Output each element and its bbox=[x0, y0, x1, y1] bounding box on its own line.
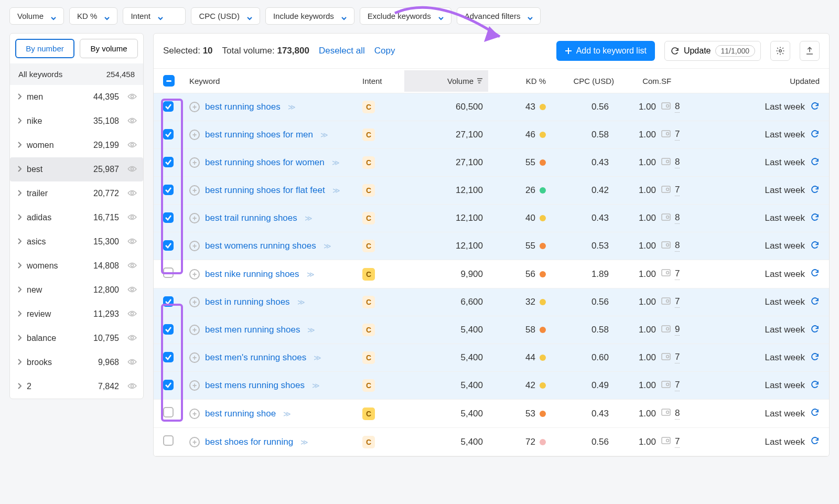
serp-features-icon[interactable] bbox=[661, 352, 671, 363]
refresh-row-icon[interactable] bbox=[810, 129, 820, 141]
eye-icon[interactable] bbox=[127, 262, 137, 271]
keyword-link[interactable]: best running shoes for flat feet bbox=[205, 185, 325, 196]
serp-features-icon[interactable] bbox=[661, 157, 671, 168]
refresh-row-icon[interactable] bbox=[810, 436, 820, 448]
refresh-row-icon[interactable] bbox=[810, 240, 820, 252]
row-checkbox[interactable] bbox=[163, 212, 174, 223]
filter-include[interactable]: Include keywords bbox=[265, 7, 354, 25]
filter-cpc[interactable]: CPC (USD) bbox=[191, 7, 260, 25]
sidebar-item-2[interactable]: 2 7,842 bbox=[10, 374, 143, 399]
refresh-row-icon[interactable] bbox=[810, 101, 820, 113]
keyword-link[interactable]: best mens running shoes bbox=[205, 380, 305, 391]
add-to-keyword-list-button[interactable]: Add to keyword list bbox=[556, 41, 655, 61]
col-updated[interactable]: Updated bbox=[703, 77, 820, 85]
keyword-link[interactable]: best running shoe bbox=[205, 409, 276, 419]
filter-exclude[interactable]: Exclude keywords bbox=[360, 7, 451, 25]
col-keyword[interactable]: Keyword bbox=[189, 77, 362, 85]
eye-icon[interactable] bbox=[127, 334, 137, 343]
tab-by-volume[interactable]: By volume bbox=[80, 39, 138, 58]
expand-icon[interactable]: + bbox=[189, 130, 200, 140]
row-checkbox[interactable] bbox=[163, 267, 174, 278]
row-checkbox[interactable] bbox=[163, 352, 174, 362]
refresh-row-icon[interactable] bbox=[810, 157, 820, 169]
keyword-link[interactable]: best running shoes bbox=[205, 102, 281, 112]
row-checkbox[interactable] bbox=[163, 435, 174, 446]
filter-kd[interactable]: KD % bbox=[69, 7, 117, 25]
refresh-row-icon[interactable] bbox=[810, 296, 820, 308]
row-checkbox[interactable] bbox=[163, 407, 174, 417]
eye-icon[interactable] bbox=[127, 286, 137, 295]
row-checkbox[interactable] bbox=[163, 240, 174, 251]
sidebar-item-women[interactable]: women 29,199 bbox=[10, 133, 143, 157]
col-volume[interactable]: Volume bbox=[404, 70, 488, 92]
eye-icon[interactable] bbox=[127, 93, 137, 102]
expand-icon[interactable]: + bbox=[189, 185, 200, 196]
export-button[interactable] bbox=[800, 41, 820, 61]
row-checkbox[interactable] bbox=[163, 185, 174, 195]
eye-icon[interactable] bbox=[127, 238, 137, 246]
keyword-link[interactable]: best running shoes for men bbox=[205, 130, 313, 140]
expand-icon[interactable]: + bbox=[189, 102, 200, 112]
select-all-checkbox[interactable] bbox=[163, 75, 175, 87]
sidebar-item-nike[interactable]: nike 35,108 bbox=[10, 109, 143, 133]
eye-icon[interactable] bbox=[127, 141, 137, 150]
sidebar-item-new[interactable]: new 12,800 bbox=[10, 278, 143, 302]
keyword-link[interactable]: best trail running shoes bbox=[205, 213, 297, 223]
settings-button[interactable] bbox=[770, 41, 790, 61]
serp-features-icon[interactable] bbox=[661, 269, 671, 280]
serp-features-icon[interactable] bbox=[661, 130, 671, 141]
row-checkbox[interactable] bbox=[163, 157, 174, 167]
eye-icon[interactable] bbox=[127, 310, 137, 319]
serp-features-icon[interactable] bbox=[661, 325, 671, 336]
sidebar-item-trailer[interactable]: trailer 20,772 bbox=[10, 181, 143, 206]
expand-icon[interactable]: + bbox=[189, 241, 200, 251]
refresh-row-icon[interactable] bbox=[810, 324, 820, 336]
filter-volume[interactable]: Volume bbox=[9, 7, 64, 25]
refresh-row-icon[interactable] bbox=[810, 212, 820, 224]
expand-icon[interactable]: + bbox=[189, 380, 200, 391]
eye-icon[interactable] bbox=[127, 358, 137, 367]
col-sf[interactable]: SF bbox=[661, 77, 703, 85]
eye-icon[interactable] bbox=[127, 117, 137, 126]
sidebar-item-adidas[interactable]: adidas 16,715 bbox=[10, 206, 143, 230]
keyword-link[interactable]: best men's running shoes bbox=[205, 352, 306, 363]
row-checkbox[interactable] bbox=[163, 324, 174, 335]
copy-link[interactable]: Copy bbox=[374, 46, 395, 56]
col-intent[interactable]: Intent bbox=[362, 77, 404, 85]
expand-icon[interactable]: + bbox=[189, 325, 200, 335]
filter-advanced[interactable]: Advanced filters bbox=[457, 7, 541, 25]
expand-icon[interactable]: + bbox=[189, 269, 200, 280]
filter-intent[interactable]: Intent bbox=[123, 7, 186, 25]
keyword-link[interactable]: best running shoes for women bbox=[205, 157, 325, 168]
sidebar-item-balance[interactable]: balance 10,795 bbox=[10, 326, 143, 350]
refresh-row-icon[interactable] bbox=[810, 408, 820, 420]
serp-features-icon[interactable] bbox=[661, 436, 671, 447]
sidebar-item-review[interactable]: review 11,293 bbox=[10, 302, 143, 326]
expand-icon[interactable]: + bbox=[189, 297, 200, 307]
serp-features-icon[interactable] bbox=[661, 297, 671, 308]
update-button[interactable]: Update 11/1,000 bbox=[664, 41, 761, 61]
serp-features-icon[interactable] bbox=[661, 380, 671, 391]
serp-features-icon[interactable] bbox=[661, 213, 671, 224]
refresh-row-icon[interactable] bbox=[810, 268, 820, 280]
eye-icon[interactable] bbox=[127, 213, 137, 222]
refresh-row-icon[interactable] bbox=[810, 352, 820, 364]
sidebar-all-keywords[interactable]: All keywords 254,458 bbox=[10, 63, 143, 85]
row-checkbox[interactable] bbox=[163, 129, 174, 140]
eye-icon[interactable] bbox=[127, 165, 137, 174]
serp-features-icon[interactable] bbox=[661, 408, 671, 419]
sidebar-item-asics[interactable]: asics 15,300 bbox=[10, 230, 143, 254]
tab-by-number[interactable]: By number bbox=[15, 39, 74, 58]
sidebar-item-womens[interactable]: womens 14,808 bbox=[10, 254, 143, 278]
expand-icon[interactable]: + bbox=[189, 437, 200, 447]
sidebar-item-brooks[interactable]: brooks 9,968 bbox=[10, 350, 143, 374]
serp-features-icon[interactable] bbox=[661, 102, 671, 113]
keyword-link[interactable]: best in running shoes bbox=[205, 297, 290, 307]
sidebar-item-best[interactable]: best 25,987 bbox=[10, 157, 143, 181]
keyword-link[interactable]: best shoes for running bbox=[205, 437, 293, 447]
expand-icon[interactable]: + bbox=[189, 157, 200, 168]
refresh-row-icon[interactable] bbox=[810, 185, 820, 197]
col-kd[interactable]: KD % bbox=[488, 77, 546, 85]
eye-icon[interactable] bbox=[127, 382, 137, 391]
serp-features-icon[interactable] bbox=[661, 241, 671, 252]
